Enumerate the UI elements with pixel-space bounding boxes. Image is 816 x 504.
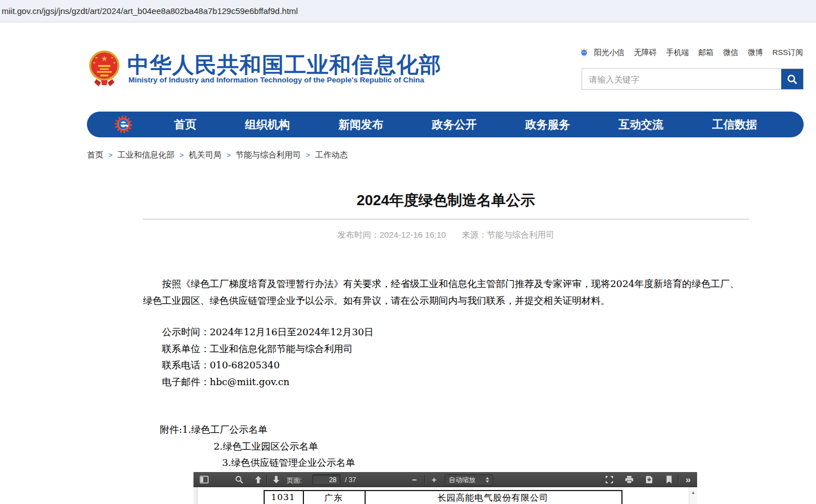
article-body: 按照《绿色工厂梯度培育及管理暂行办法》有关要求，经省级工业和信息化主管部门推荐及… [143,276,749,309]
attachments-list: 附件:1.绿色工厂公示名单 2.绿色工业园区公示名单 3.绿色供应链管理企业公示… [143,422,355,471]
quick-links: 阳光小信 无障碍 手机端 邮箱 微信 微博 RSS订阅 [579,48,803,58]
source-label: 来源： [462,230,487,239]
pdf-viewer: 页面: / 37 − + 自动缩放 [193,472,697,504]
pdf-print-icon[interactable] [623,474,635,485]
site-subtitle: Ministry of Industry and Information Tec… [128,76,424,84]
pdf-zoom-select[interactable]: 自动缩放 [445,474,493,485]
pdf-page-input[interactable] [312,474,340,485]
toolbar-divider [425,475,425,484]
toolbar-divider [266,475,267,484]
svg-text:★: ★ [101,54,108,63]
pdf-page-down-icon[interactable] [270,474,282,485]
table-cell-company: 长园高能电气股份有限公司 [365,492,621,504]
breadcrumb-energy-dept[interactable]: 节能与综合利用司 [236,150,301,160]
pdf-scrollbar[interactable]: ▲ [689,487,697,504]
svg-text:★: ★ [93,61,95,64]
attachment-green-factory: 附件:1.绿色工厂公示名单 [143,422,355,438]
pdf-download-icon[interactable] [643,474,655,485]
publicity-period-line: 公示时间：2024年12月16日至2024年12月30日 [162,324,374,341]
toolbar-divider [678,475,679,484]
nav-item-data[interactable]: 工信数据 [712,117,757,132]
pdf-sidebar-toggle-icon[interactable] [198,474,210,485]
title-divider [143,219,749,220]
quick-link-mail[interactable]: 邮箱 [698,48,713,58]
url-text: miit.gov.cn/jgsj/jns/gzdt/art/2024/art_b… [2,6,298,16]
pdf-page-margin [193,487,197,504]
nav-item-home[interactable]: 首页 [174,117,196,132]
search-input[interactable] [582,69,781,89]
pdf-page-up-icon[interactable] [252,474,264,485]
pdf-page-content: 1031 广东 长园高能电气股份有限公司 ▲ [193,487,697,504]
browser-url-bar[interactable]: miit.gov.cn/jgsj/jns/gzdt/art/2024/art_b… [0,0,816,22]
quick-link-rss[interactable]: RSS订阅 [772,48,803,58]
search-bar [582,68,804,90]
page-title: 2024年度绿色制造名单公示 [143,191,749,210]
breadcrumb-separator: > [179,151,184,159]
attachment-green-supply-chain: 3.绿色供应链管理企业公示名单 [143,455,355,471]
national-emblem-logo: ★ ★ ★ ★ ★ [89,49,120,87]
table-cell-province: 广东 [303,492,365,504]
site-header: ★ ★ ★ ★ ★ 中华人民共和国工业和信息化部 Ministry of Ind… [0,23,816,112]
quick-link-wechat[interactable]: 微信 [723,48,738,58]
contact-unit-line: 联系单位：工业和信息化部节能与综合利用司 [162,341,374,358]
pdf-presentation-mode-icon[interactable] [603,474,615,485]
zoom-select-arrows-icon [486,477,489,483]
search-icon [786,73,798,85]
svg-text:★: ★ [113,61,116,64]
pdf-toolbar: 页面: / 37 − + 自动缩放 [193,472,697,487]
attachment-green-industrial-park: 2.绿色工业园区公示名单 [143,438,355,455]
breadcrumb-separator: > [227,151,231,159]
pdf-page-label: 页面: [287,476,302,485]
breadcrumb-work-news[interactable]: 工作动态 [315,150,348,160]
breadcrumb-separator: > [108,151,113,159]
page: miit.gov.cn/jgsj/jns/gzdt/art/2024/art_b… [0,0,816,504]
breadcrumb-separator: > [306,151,310,159]
quick-link-weibo[interactable]: 微博 [748,48,763,58]
nav-item-gov-services[interactable]: 政务服务 [525,117,570,132]
pdf-search-icon[interactable] [233,474,245,485]
publish-time: 2024-12-16 16:10 [380,230,446,239]
miit-gear-logo-icon [114,115,133,134]
quick-link-sunshine[interactable]: 阳光小信 [594,48,624,58]
publish-time-label: 发布时间： [338,230,380,239]
article-paragraph: 按照《绿色工厂梯度培育及管理暂行办法》有关要求，经省级工业和信息化主管部门推荐及… [143,276,749,309]
nav-item-news[interactable]: 新闻发布 [338,117,383,132]
table-border [264,490,622,491]
contact-info: 公示时间：2024年12月16日至2024年12月30日 联系单位：工业和信息化… [162,324,374,390]
svg-text:★: ★ [95,56,98,59]
nav-item-interaction[interactable]: 互动交流 [619,117,663,132]
table-cell-id: 1031 [264,492,303,502]
svg-text:★: ★ [110,56,113,59]
article-meta: 发布时间：2024-12-16 16:10来源：节能与综合利用司 [143,230,749,241]
main-nav: 首页 组织机构 新闻发布 政务公开 政务服务 互动交流 工信数据 [87,112,804,137]
pdf-zoom-value: 自动缩放 [449,475,476,485]
pdf-total-pages: / 37 [345,476,356,484]
breadcrumb-home[interactable]: 首页 [87,150,103,160]
pdf-more-tools-icon[interactable]: » [682,474,694,485]
pdf-zoom-in-icon[interactable]: + [428,474,440,485]
pdf-bookmark-icon[interactable] [663,474,675,485]
sunshine-robot-icon[interactable] [579,48,589,58]
quick-link-accessibility[interactable]: 无障碍 [634,48,657,58]
breadcrumb-miit[interactable]: 工业和信息化部 [118,150,175,160]
nav-items: 首页 组织机构 新闻发布 政务公开 政务服务 互动交流 工信数据 [150,117,781,132]
nav-item-gov-openness[interactable]: 政务公开 [432,117,477,132]
breadcrumb-departments[interactable]: 机关司局 [189,150,222,160]
nav-item-organization[interactable]: 组织机构 [245,117,290,132]
source: 节能与综合利用司 [487,230,554,239]
contact-email-line: 电子邮件：hbc@miit.gov.cn [162,374,374,391]
table-border [621,490,623,504]
pdf-zoom-out-icon[interactable]: − [408,474,421,485]
breadcrumb: 首页 > 工业和信息化部 > 机关司局 > 节能与综合利用司 > 工作动态 [87,150,348,160]
search-button[interactable] [781,69,803,89]
scrollbar-up-arrow-icon[interactable]: ▲ [689,490,697,495]
quick-link-mobile[interactable]: 手机端 [666,48,689,58]
contact-phone-line: 联系电话：010-68205340 [162,357,374,374]
